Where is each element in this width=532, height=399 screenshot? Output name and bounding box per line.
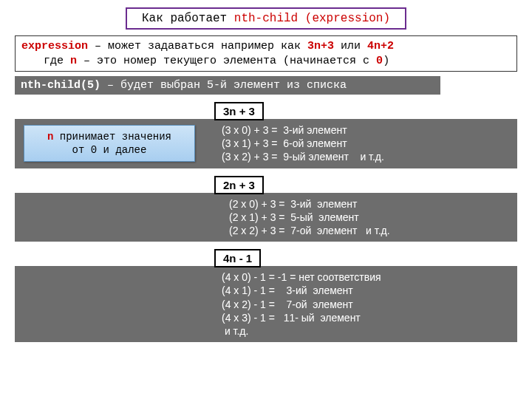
calc-row: (4 х 2) - 1 = 7-ой элемент [222,298,514,311]
section-label-2: 2n + 3 [214,176,264,194]
expr-zero: 0 [376,55,383,67]
expr-t8: – это номер текущего элемента (начинаетс… [77,55,376,67]
bar1-desc: – будет выбран 5-й элемент из списка [100,79,347,92]
calc-row: (3 х 1) + 3 = 6-ой элемент [222,137,514,150]
expr-t6: где [44,55,70,67]
calc-row: (4 х 0) - 1 = -1 = нет соответствия [222,270,514,284]
calc-row: (2 х 1) + 3 = 5-ый элемент [229,211,514,224]
title-box: Как работает nth-child (expression) [126,7,406,30]
calc-row: (4 х 3) - 1 = 11- ый элемент [222,311,514,324]
calc-row: (2 х 2) + 3 = 7-ой элемент и т.д. [229,224,514,237]
calc-row: (3 х 2) + 3 = 9-ый элемент и т.д. [222,150,514,163]
expr-ex2: 4n+2 [367,40,394,52]
section-label-3: 4n - 1 [214,249,261,267]
example-bar: nth-child(5) – будет выбран 5-й элемент … [15,76,440,95]
n-info-box: n принимает значения от 0 и далее [24,125,195,162]
title-text-2: nth-child (expression) [234,12,390,25]
expr-t4: или [334,40,367,52]
expr-t2: – может задаваться например как [88,40,307,52]
title-text-1: Как работает [142,12,234,25]
section-label-1: 3n + 3 [214,102,264,120]
expr-word: expression [21,40,88,52]
calc-row: (2 х 0) + 3 = 3-ий элемент [229,197,514,211]
section-block-2: (2 х 0) + 3 = 3-ий элемент (2 х 1) + 3 =… [15,193,517,242]
expr-ex1: 3n+3 [307,40,334,52]
expression-box: expression – может задаваться например к… [15,35,517,72]
calc-row: (3 х 0) + 3 = 3-ий элемент [222,123,514,137]
expr-n: n [70,55,77,67]
expr-t10: ) [383,55,389,67]
calc-row: (4 х 1) - 1 = 3-ий элемент [222,284,514,297]
section-block-3: (4 х 0) - 1 = -1 = нет соответствия (4 х… [15,266,517,342]
section-block-1: n принимает значения от 0 и далее (3 х 0… [15,119,517,168]
bluebox-l2: от 0 и далее [72,144,147,156]
bar1-code: nth-child(5) [21,79,100,92]
calc-row: и т.д. [222,324,514,338]
bluebox-l1: принимает значения [53,131,171,143]
